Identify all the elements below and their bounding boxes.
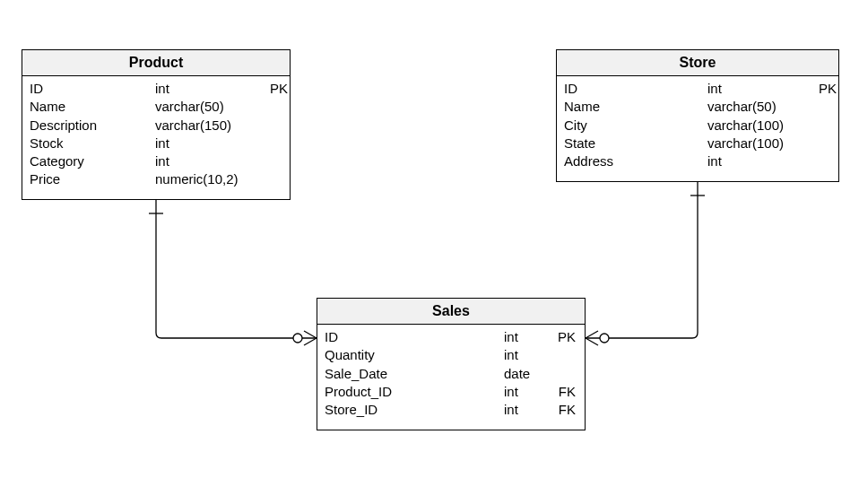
column-name: Sale_Date [325, 365, 504, 383]
column-key: FK [543, 401, 576, 419]
column-name: Store_ID [325, 401, 504, 419]
column-name: ID [564, 80, 707, 98]
column-name: ID [325, 328, 504, 346]
entity-store: Store ID int PK Name varchar(50) City va… [556, 49, 839, 182]
column-type: int [707, 152, 811, 170]
column-key: PK [263, 80, 288, 98]
column-type: int [707, 80, 811, 98]
column-name: Name [30, 98, 155, 116]
svg-line-2 [304, 338, 317, 345]
column-type: int [155, 152, 263, 170]
column-type: date [504, 365, 543, 383]
column-name: Quantity [325, 346, 504, 364]
table-row: Name varchar(50) [30, 98, 282, 116]
table-row: Description varchar(150) [30, 117, 282, 135]
entity-sales: Sales ID int PK Quantity int Sale_Date d… [317, 298, 586, 430]
table-row: ID int PK [564, 80, 831, 98]
entity-sales-title: Sales [317, 299, 585, 325]
column-name: ID [30, 80, 155, 98]
table-row: State varchar(100) [564, 135, 831, 152]
column-type: varchar(100) [707, 117, 811, 135]
table-row: Address int [564, 152, 831, 170]
column-type: int [155, 135, 263, 152]
column-type: int [504, 401, 543, 419]
column-key: PK [543, 328, 576, 346]
table-row: ID int PK [325, 328, 577, 346]
column-name: Price [30, 170, 155, 188]
svg-line-5 [586, 331, 598, 338]
table-row: ID int PK [30, 80, 282, 98]
column-type: int [504, 346, 543, 364]
column-type: int [155, 80, 263, 98]
table-row: Price numeric(10,2) [30, 170, 282, 188]
column-name: Stock [30, 135, 155, 152]
entity-product: Product ID int PK Name varchar(50) Descr… [22, 49, 291, 200]
table-row: Stock int [30, 135, 282, 152]
table-row: Product_ID int FK [325, 383, 577, 401]
column-key: FK [543, 383, 576, 401]
column-name: Description [30, 117, 155, 135]
entity-sales-columns: ID int PK Quantity int Sale_Date date Pr… [317, 325, 585, 426]
connector-product-sales [149, 200, 317, 345]
column-type: int [504, 328, 543, 346]
entity-store-title: Store [557, 50, 838, 76]
table-row: Category int [30, 152, 282, 170]
column-type: varchar(50) [707, 98, 811, 116]
svg-line-6 [586, 338, 598, 345]
table-row: City varchar(100) [564, 117, 831, 135]
column-key: PK [811, 80, 837, 98]
column-name: Address [564, 152, 707, 170]
column-name: Product_ID [325, 383, 504, 401]
entity-product-title: Product [22, 50, 290, 76]
column-name: State [564, 135, 707, 152]
connector-store-sales [586, 182, 705, 345]
column-type: varchar(150) [155, 117, 263, 135]
entity-product-columns: ID int PK Name varchar(50) Description v… [22, 76, 290, 196]
table-row: Quantity int [325, 346, 577, 364]
svg-point-7 [600, 334, 609, 343]
column-type: numeric(10,2) [155, 170, 263, 188]
table-row: Sale_Date date [325, 365, 577, 383]
column-type: varchar(50) [155, 98, 263, 116]
column-name: Name [564, 98, 707, 116]
column-type: int [504, 383, 543, 401]
column-name: Category [30, 152, 155, 170]
column-name: City [564, 117, 707, 135]
svg-line-1 [304, 331, 317, 338]
table-row: Store_ID int FK [325, 401, 577, 419]
svg-point-3 [293, 334, 302, 343]
table-row: Name varchar(50) [564, 98, 831, 116]
column-type: varchar(100) [707, 135, 811, 152]
entity-store-columns: ID int PK Name varchar(50) City varchar(… [557, 76, 838, 178]
